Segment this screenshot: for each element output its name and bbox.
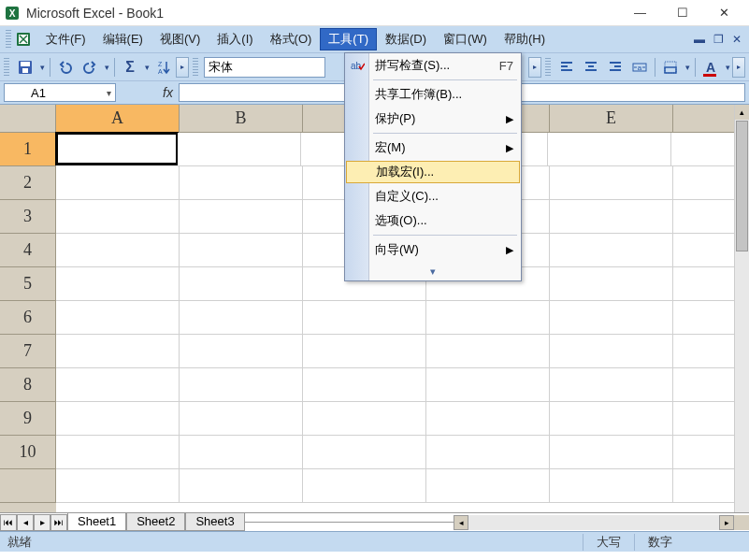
menu-tools[interactable]: 工具(T)	[320, 28, 377, 50]
cell[interactable]	[180, 166, 303, 200]
menu-item-addins[interactable]: 加载宏(I)...	[346, 161, 520, 183]
horizontal-scrollbar[interactable]: ◂ ▸	[454, 515, 734, 530]
save-dropdown[interactable]: ▾	[37, 63, 47, 72]
menu-item-wizard[interactable]: 向导(W)▶	[345, 237, 521, 262]
cell[interactable]	[180, 436, 303, 469]
sheet-tab-1[interactable]: Sheet1	[67, 513, 126, 531]
toolbar-overflow[interactable]: ▸	[176, 57, 189, 78]
align-left-button[interactable]	[555, 56, 578, 79]
cell[interactable]	[303, 301, 426, 335]
menu-view[interactable]: 视图(V)	[151, 28, 209, 50]
row-header-6[interactable]: 6	[0, 301, 56, 335]
cell[interactable]	[426, 469, 550, 503]
menu-window[interactable]: 窗口(W)	[435, 28, 496, 50]
cell[interactable]	[303, 469, 426, 503]
cell[interactable]	[56, 402, 180, 436]
menu-help[interactable]: 帮助(H)	[496, 28, 554, 50]
menu-item-customize[interactable]: 自定义(C)...	[345, 184, 521, 208]
maximize-button[interactable]: ☐	[661, 0, 703, 26]
cell[interactable]	[426, 368, 550, 402]
cell[interactable]	[180, 335, 303, 368]
save-button[interactable]	[14, 56, 36, 79]
cell[interactable]	[56, 267, 180, 301]
row-header-2[interactable]: 2	[0, 166, 56, 200]
sheet-tab-2[interactable]: Sheet2	[126, 513, 185, 531]
toolbar-grip[interactable]	[545, 58, 551, 77]
menu-item-macro[interactable]: 宏(M)▶	[345, 136, 521, 160]
align-center-button[interactable]	[580, 56, 602, 79]
cell[interactable]	[56, 234, 180, 267]
cell[interactable]	[550, 166, 673, 200]
menu-data[interactable]: 数据(D)	[377, 28, 435, 50]
scroll-thumb[interactable]	[736, 121, 748, 251]
borders-dropdown[interactable]: ▾	[683, 63, 692, 72]
cell[interactable]	[426, 335, 550, 368]
menu-insert[interactable]: 插入(I)	[209, 28, 261, 50]
vertical-scrollbar[interactable]: ▴	[734, 105, 749, 512]
cell[interactable]	[56, 166, 180, 200]
autosum-dropdown[interactable]: ▾	[142, 63, 151, 72]
cell[interactable]	[550, 234, 673, 267]
font-color-dropdown[interactable]: ▾	[723, 63, 732, 72]
toolbar-grip[interactable]	[6, 30, 11, 49]
mdi-close-button[interactable]: ✕	[730, 33, 743, 46]
cell[interactable]	[550, 469, 673, 503]
row-header-7[interactable]: 7	[0, 335, 56, 368]
redo-button[interactable]	[79, 56, 101, 79]
format-overflow[interactable]: ▸	[732, 57, 745, 78]
font-color-button[interactable]: A	[699, 56, 722, 79]
select-all-corner[interactable]	[0, 105, 56, 133]
cell[interactable]	[426, 301, 550, 335]
menu-item-share-workbook[interactable]: 共享工作簿(B)...	[345, 82, 521, 107]
menu-item-protection[interactable]: 保护(P)▶	[345, 107, 521, 131]
align-right-button[interactable]	[604, 56, 627, 79]
cell[interactable]	[56, 335, 180, 368]
cell[interactable]	[426, 402, 550, 436]
cell[interactable]	[550, 200, 673, 234]
cell[interactable]	[303, 335, 426, 368]
cell[interactable]	[426, 436, 550, 469]
scroll-up-button[interactable]: ▴	[735, 105, 749, 120]
menu-expand-chevron[interactable]: ▾	[345, 262, 521, 280]
tab-nav-prev[interactable]: ◂	[17, 514, 34, 531]
cell[interactable]	[550, 301, 673, 335]
cell[interactable]	[550, 267, 673, 301]
cell[interactable]	[303, 368, 426, 402]
fx-icon[interactable]: fx	[163, 85, 173, 100]
minimize-button[interactable]: —	[619, 0, 661, 26]
menu-file[interactable]: 文件(F)	[37, 28, 94, 50]
merge-center-button[interactable]: a	[628, 56, 651, 79]
cell[interactable]	[180, 368, 303, 402]
row-header-partial[interactable]	[0, 469, 56, 503]
col-header-a[interactable]: A	[56, 105, 180, 133]
cell[interactable]	[180, 301, 303, 335]
cell[interactable]	[180, 267, 303, 301]
name-box[interactable]: A1	[4, 83, 116, 102]
col-header-b[interactable]: B	[180, 105, 303, 133]
borders-button[interactable]	[659, 56, 682, 79]
cell[interactable]	[56, 436, 180, 469]
scroll-down-button[interactable]	[734, 515, 749, 530]
undo-button[interactable]	[54, 56, 77, 79]
redo-dropdown[interactable]: ▾	[102, 63, 111, 72]
tab-nav-next[interactable]: ▸	[34, 514, 50, 531]
cell[interactable]	[180, 402, 303, 436]
cell[interactable]	[550, 368, 673, 402]
menu-item-options[interactable]: 选项(O)...	[345, 208, 521, 233]
font-name-combo[interactable]: 宋体	[204, 57, 325, 78]
cell[interactable]	[303, 402, 426, 436]
cell[interactable]	[180, 200, 303, 234]
cell[interactable]	[56, 368, 180, 402]
cell-a1[interactable]	[55, 132, 179, 165]
cell[interactable]	[178, 133, 301, 166]
menu-format[interactable]: 格式(O)	[262, 28, 321, 50]
row-header-5[interactable]: 5	[0, 267, 56, 301]
sort-button[interactable]: ZA	[152, 56, 175, 79]
close-button[interactable]: ✕	[703, 0, 745, 26]
cell[interactable]	[56, 200, 180, 234]
menu-edit[interactable]: 编辑(E)	[94, 28, 151, 50]
mdi-restore-button[interactable]: ❐	[712, 33, 725, 46]
autosum-button[interactable]: Σ	[119, 56, 141, 79]
menu-item-spelling[interactable]: ab 拼写检查(S)... F7	[345, 53, 521, 78]
cell[interactable]	[56, 469, 180, 503]
